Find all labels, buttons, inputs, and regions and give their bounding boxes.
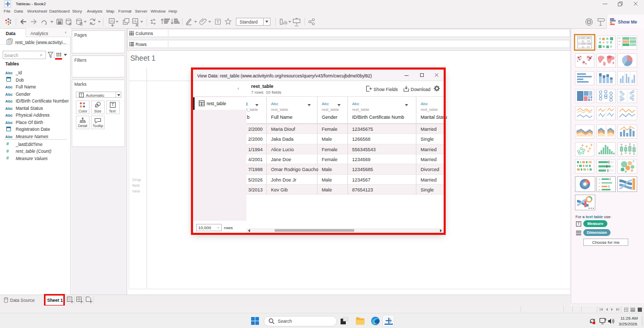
- svg-text:cd: cd: [618, 40, 620, 42]
- svg-text:=: =: [579, 43, 580, 45]
- svg-text:4/8: 4/8: [587, 37, 590, 39]
- svg-text:908: 908: [587, 40, 590, 42]
- svg-text:9(): 9(): [582, 46, 584, 48]
- svg-text:2529: 2529: [581, 43, 585, 45]
- svg-text:ef: ef: [618, 43, 620, 46]
- svg-text:cd: cd: [598, 182, 601, 184]
- svg-text:Standard: Standard: [240, 19, 258, 25]
- svg-text:9(j): 9(j): [582, 40, 584, 42]
- svg-text:gh: gh: [598, 189, 601, 191]
- svg-text:0/7: 0/7: [587, 46, 590, 48]
- svg-text:ab: ab: [598, 178, 601, 180]
- svg-text:=: =: [579, 37, 580, 39]
- svg-text:ef: ef: [598, 186, 600, 188]
- svg-text:ab: ab: [618, 37, 620, 39]
- svg-text:2508: 2508: [587, 43, 591, 45]
- svg-text:123: 123: [581, 37, 584, 39]
- svg-text:—: —: [579, 40, 581, 42]
